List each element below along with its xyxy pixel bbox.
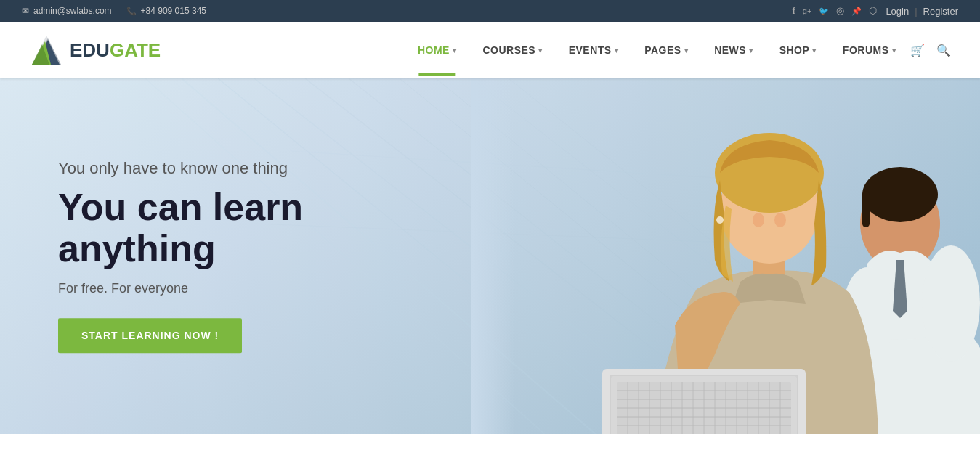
nav-news[interactable]: NEWS ▾: [702, 36, 765, 65]
nav-home[interactable]: HOME ▾: [406, 36, 469, 65]
cart-icon[interactable]: [910, 43, 925, 58]
facebook-icon[interactable]: [792, 5, 795, 17]
nav-courses-arrow: ▾: [538, 46, 543, 54]
hero-title: You can learn anything: [58, 187, 421, 269]
header: EDUGATE HOME ▾ COURSES ▾ EVENTS ▾ PAGES …: [0, 22, 980, 78]
svg-rect-56: [471, 78, 617, 434]
nav-shop[interactable]: SHOP ▾: [768, 36, 828, 65]
top-bar-contacts: admin@swlabs.com +84 909 015 345: [22, 6, 206, 16]
nav-pages-arrow: ▾: [684, 46, 689, 54]
auth-divider: |: [915, 6, 917, 17]
nav-pages[interactable]: PAGES ▾: [633, 36, 700, 65]
hero-people-illustration: [471, 78, 980, 434]
auth-links: Login | Register: [886, 6, 958, 17]
email-contact[interactable]: admin@swlabs.com: [22, 6, 112, 16]
register-link[interactable]: Register: [923, 6, 958, 17]
instagram-icon[interactable]: [869, 5, 877, 17]
nav-news-arrow: ▾: [749, 46, 753, 54]
logo-text: EDUGATE: [70, 39, 161, 62]
googleplus-icon[interactable]: [803, 5, 812, 17]
svg-point-28: [774, 213, 786, 227]
svg-point-22: [922, 245, 980, 362]
dribbble-icon[interactable]: [836, 5, 844, 17]
search-icon[interactable]: [936, 43, 951, 58]
hero-subtitle: You only have to know one thing: [58, 159, 421, 178]
hero-cta-button[interactable]: START LEARNING NOW !: [58, 319, 242, 354]
svg-point-20: [862, 167, 938, 222]
nav-events-arrow: ▾: [615, 46, 619, 54]
logo-icon: [29, 33, 64, 68]
nav-forums[interactable]: FORUMS ▾: [831, 36, 907, 65]
twitter-icon[interactable]: [819, 5, 829, 17]
main-nav: HOME ▾ COURSES ▾ EVENTS ▾ PAGES ▾ NEWS ▾…: [406, 36, 951, 65]
nav-forums-arrow: ▾: [892, 46, 896, 54]
nav-home-arrow: ▾: [453, 46, 457, 54]
svg-rect-21: [862, 191, 870, 227]
svg-point-27: [753, 213, 764, 227]
pinterest-icon[interactable]: [851, 5, 862, 17]
top-bar-right: Login | Register: [792, 5, 958, 17]
phone-icon: [126, 6, 137, 16]
email-address: admin@swlabs.com: [33, 6, 112, 16]
social-icons: [792, 5, 877, 17]
nav-shop-arrow: ▾: [812, 46, 817, 54]
top-bar: admin@swlabs.com +84 909 015 345 Login |…: [0, 0, 980, 22]
nav-utilities: [910, 43, 951, 58]
nav-events[interactable]: EVENTS ▾: [557, 36, 631, 65]
hero-content: You only have to know one thing You can …: [58, 159, 421, 353]
email-icon: [22, 6, 29, 16]
nav-courses[interactable]: COURSES ▾: [471, 36, 554, 65]
hero-section: You only have to know one thing You can …: [0, 78, 980, 434]
login-link[interactable]: Login: [886, 6, 909, 17]
hero-description: For free. For everyone: [58, 282, 421, 297]
svg-point-29: [716, 216, 724, 224]
logo[interactable]: EDUGATE: [29, 33, 161, 68]
phone-number: +84 909 015 345: [141, 6, 206, 16]
phone-contact[interactable]: +84 909 015 345: [126, 6, 206, 16]
